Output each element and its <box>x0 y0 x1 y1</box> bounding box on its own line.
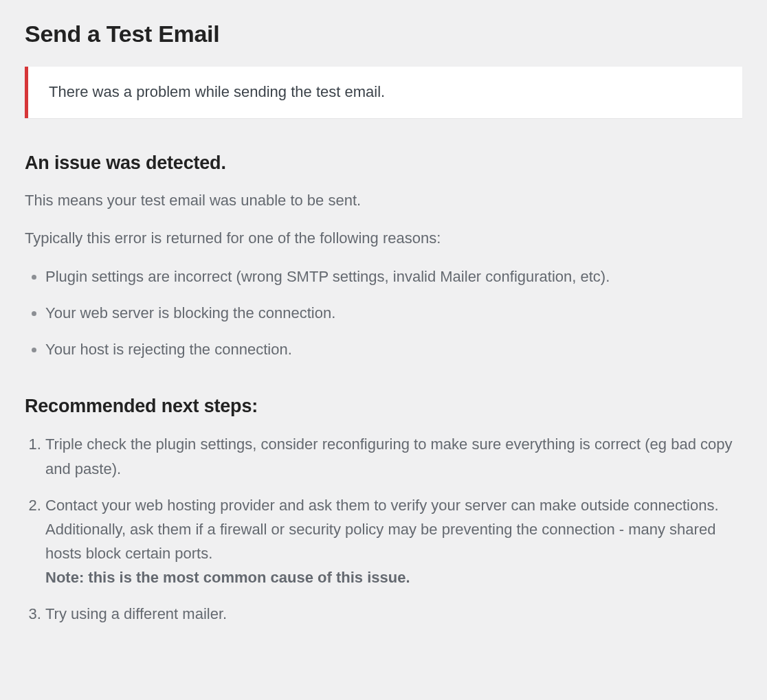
issue-heading: An issue was detected. <box>25 153 742 174</box>
alert-message: There was a problem while sending the te… <box>49 82 722 103</box>
list-item: Plugin settings are incorrect (wrong SMT… <box>45 264 742 289</box>
reasons-intro: Typically this error is returned for one… <box>25 227 742 249</box>
error-alert: There was a problem while sending the te… <box>25 67 742 118</box>
step-text: Contact your web hosting provider and as… <box>45 497 719 562</box>
list-item: Triple check the plugin settings, consid… <box>45 432 742 480</box>
list-item: Contact your web hosting provider and as… <box>45 493 742 590</box>
steps-list: Triple check the plugin settings, consid… <box>25 432 742 626</box>
list-item: Your web server is blocking the connecti… <box>45 301 742 325</box>
page-title: Send a Test Email <box>25 21 742 47</box>
list-item: Your host is rejecting the connection. <box>45 337 742 361</box>
step-text: Try using a different mailer. <box>45 605 227 622</box>
step-note: Note: this is the most common cause of t… <box>45 565 742 589</box>
next-steps-heading: Recommended next steps: <box>25 396 742 417</box>
list-item: Try using a different mailer. <box>45 602 742 626</box>
reasons-list: Plugin settings are incorrect (wrong SMT… <box>25 264 742 362</box>
issue-intro: This means your test email was unable to… <box>25 189 742 212</box>
step-text: Triple check the plugin settings, consid… <box>45 436 732 477</box>
